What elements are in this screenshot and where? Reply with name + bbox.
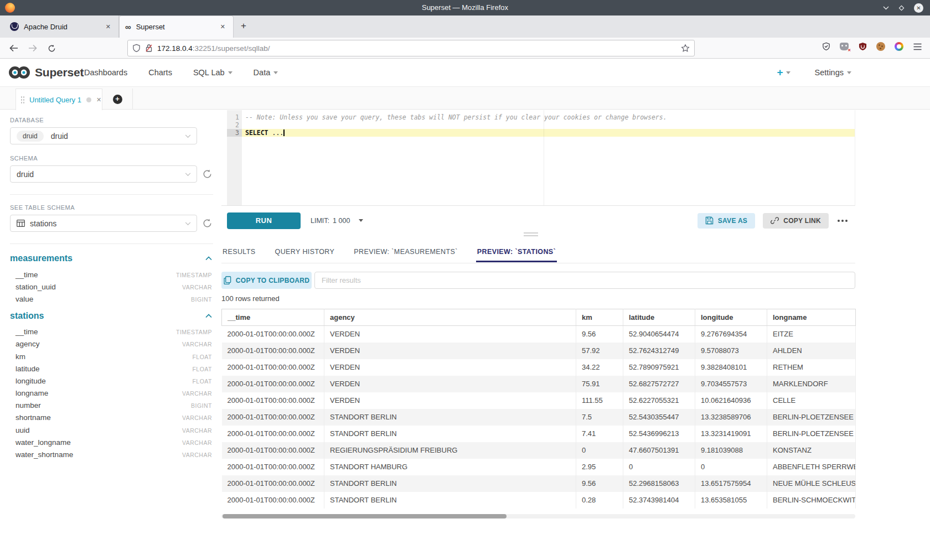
back-icon[interactable] bbox=[7, 42, 21, 55]
cell-km: 57.92 bbox=[576, 343, 623, 359]
table-row: 2000-01-01T00:00:00.000Z STANDORT HAMBUR… bbox=[222, 459, 856, 475]
window-minimize-icon[interactable] bbox=[883, 6, 889, 10]
tab-close-icon[interactable]: ✕ bbox=[218, 22, 228, 32]
save-as-button[interactable]: SAVE AS bbox=[698, 213, 755, 229]
col-header-km[interactable]: km bbox=[576, 309, 623, 326]
cell-time: 2000-01-01T00:00:00.000Z bbox=[222, 326, 324, 343]
collapse-chevron-icon[interactable] bbox=[205, 314, 212, 318]
lock-disabled-icon[interactable] bbox=[145, 44, 153, 53]
cell-longname: BERLIN-SCHMOECKWITZ bbox=[767, 492, 856, 509]
add-new-button[interactable]: + bbox=[777, 66, 790, 79]
tab-query-history[interactable]: QUERY HISTORY bbox=[274, 241, 336, 263]
hamburger-menu-icon[interactable] bbox=[912, 42, 922, 51]
table-row: 2000-01-01T00:00:00.000Z VERDEN 111.55 5… bbox=[222, 392, 856, 409]
ellipsis-menu-icon[interactable] bbox=[836, 217, 849, 224]
table-row: 2000-01-01T00:00:00.000Z VERDEN 75.91 52… bbox=[222, 376, 856, 392]
cell-latitude: 52.2968158063 bbox=[623, 475, 695, 492]
tab-results[interactable]: RESULTS bbox=[221, 241, 257, 263]
new-query-tab-button[interactable]: + bbox=[102, 89, 133, 110]
reload-icon[interactable] bbox=[44, 42, 59, 55]
table-schema-measurements[interactable]: measurements bbox=[10, 253, 212, 263]
column-row: longname VARCHAR bbox=[10, 387, 213, 400]
tab-preview-stations[interactable]: PREVIEW: `STATIONS` bbox=[476, 241, 557, 263]
col-header-latitude[interactable]: latitude bbox=[623, 309, 695, 326]
copy-to-clipboard-button[interactable]: COPY TO CLIPBOARD bbox=[221, 272, 312, 289]
cell-agency: STANDORT BERLIN bbox=[324, 475, 576, 492]
nav-item-dashboards[interactable]: Dashboards bbox=[84, 68, 127, 77]
column-type: VARCHAR bbox=[182, 439, 212, 446]
limit-control[interactable]: LIMIT: 1 000 bbox=[311, 217, 363, 225]
filter-results-input[interactable] bbox=[314, 272, 855, 289]
column-name: station_uuid bbox=[16, 283, 56, 291]
table-select[interactable]: stations bbox=[10, 215, 197, 232]
line-number: 2 bbox=[227, 121, 242, 129]
column-type: VARCHAR bbox=[182, 452, 212, 458]
cell-longitude: 13.3231419091 bbox=[695, 426, 767, 442]
plus-circle-icon: + bbox=[113, 95, 122, 104]
cell-latitude: 52.7890975921 bbox=[623, 359, 695, 376]
schema-select[interactable]: druid bbox=[10, 165, 197, 183]
cell-latitude: 52.6827572727 bbox=[623, 376, 695, 392]
copy-link-button[interactable]: COPY LINK bbox=[763, 213, 829, 229]
browser-tab-title: Superset bbox=[136, 23, 218, 31]
mask-extension-icon[interactable] bbox=[839, 42, 849, 51]
cell-time: 2000-01-01T00:00:00.000Z bbox=[222, 459, 324, 475]
cell-agency: STANDORT BERLIN bbox=[324, 426, 576, 442]
table-schema-stations[interactable]: stations bbox=[10, 311, 212, 321]
collapse-chevron-icon[interactable] bbox=[205, 256, 212, 261]
url-bar[interactable]: 172.18.0.4:32251/superset/sqllab/ bbox=[127, 40, 695, 56]
pocket-shield-icon[interactable] bbox=[821, 42, 831, 51]
bookmark-star-icon[interactable] bbox=[681, 44, 690, 53]
cell-longitude: 9.181039088 bbox=[695, 442, 767, 459]
editor-gutter: 1 2 3 bbox=[227, 110, 242, 205]
col-header-agency[interactable]: agency bbox=[324, 309, 576, 326]
editor-code-area[interactable]: -- Note: Unless you save your query, the… bbox=[242, 110, 855, 205]
run-button[interactable]: RUN bbox=[227, 212, 301, 229]
forward-icon[interactable] bbox=[25, 42, 40, 55]
query-tab-untitled[interactable]: Untitled Query 1 ✕ bbox=[16, 89, 102, 110]
horizontal-scrollbar-thumb[interactable] bbox=[223, 514, 507, 518]
results-controls: COPY TO CLIPBOARD bbox=[221, 272, 855, 289]
col-header-time[interactable]: __time bbox=[222, 309, 324, 326]
refresh-schemas-icon[interactable] bbox=[202, 169, 213, 180]
colorful-extension-icon[interactable] bbox=[894, 42, 904, 51]
cell-longitude: 9.3828408101 bbox=[695, 359, 767, 376]
shield-icon[interactable] bbox=[132, 44, 141, 53]
horizontal-scrollbar-track[interactable] bbox=[221, 514, 855, 518]
tab-preview-measurements[interactable]: PREVIEW: `MEASUREMENTS` bbox=[353, 241, 458, 263]
ublock-icon[interactable] bbox=[857, 42, 867, 51]
new-tab-button[interactable]: + bbox=[237, 20, 250, 33]
cell-agency: VERDEN bbox=[324, 392, 576, 409]
browser-tab-apache-druid[interactable]: Apache Druid ✕ bbox=[4, 15, 119, 38]
nav-item-charts[interactable]: Charts bbox=[148, 68, 172, 77]
url-text[interactable]: 172.18.0.4:32251/superset/sqllab/ bbox=[157, 44, 681, 53]
query-tab-close-icon[interactable]: ✕ bbox=[96, 96, 101, 103]
superset-logo[interactable]: Superset bbox=[8, 65, 84, 80]
chevron-down-icon bbox=[185, 173, 191, 177]
tab-close-icon[interactable]: ✕ bbox=[104, 22, 113, 32]
cell-agency: STANDORT BERLIN bbox=[324, 492, 576, 509]
cell-longitude: 13.3238589706 bbox=[695, 409, 767, 426]
browser-tab-superset[interactable]: ∞ Superset ✕ bbox=[119, 15, 234, 38]
col-header-longitude[interactable]: longitude bbox=[695, 309, 767, 326]
window-maximize-icon[interactable] bbox=[898, 5, 905, 11]
table-name[interactable]: measurements bbox=[10, 253, 73, 263]
cookie-extension-icon[interactable] bbox=[876, 42, 886, 51]
window-close-icon[interactable]: ✕ bbox=[914, 3, 923, 13]
database-select[interactable]: druid druid bbox=[10, 127, 197, 144]
nav-item-sql-lab[interactable]: SQL Lab bbox=[193, 68, 232, 77]
settings-menu[interactable]: Settings bbox=[815, 68, 851, 77]
table-name[interactable]: stations bbox=[10, 311, 44, 321]
nav-item-data[interactable]: Data bbox=[254, 68, 278, 77]
table-header: __time agency km latitude longitude long… bbox=[222, 309, 856, 326]
divider bbox=[10, 194, 213, 195]
sql-editor[interactable]: 1 2 3 -- Note: Unless you save your quer… bbox=[221, 110, 855, 206]
drag-handle-icon[interactable] bbox=[20, 96, 24, 103]
cell-km: 7.41 bbox=[576, 426, 623, 442]
col-header-longname[interactable]: longname bbox=[767, 309, 856, 326]
save-icon bbox=[705, 216, 714, 225]
pane-resize-handle[interactable] bbox=[524, 232, 538, 238]
refresh-tables-icon[interactable] bbox=[202, 218, 213, 229]
cell-time: 2000-01-01T00:00:00.000Z bbox=[222, 392, 324, 409]
nav-right: + Settings bbox=[777, 59, 851, 86]
